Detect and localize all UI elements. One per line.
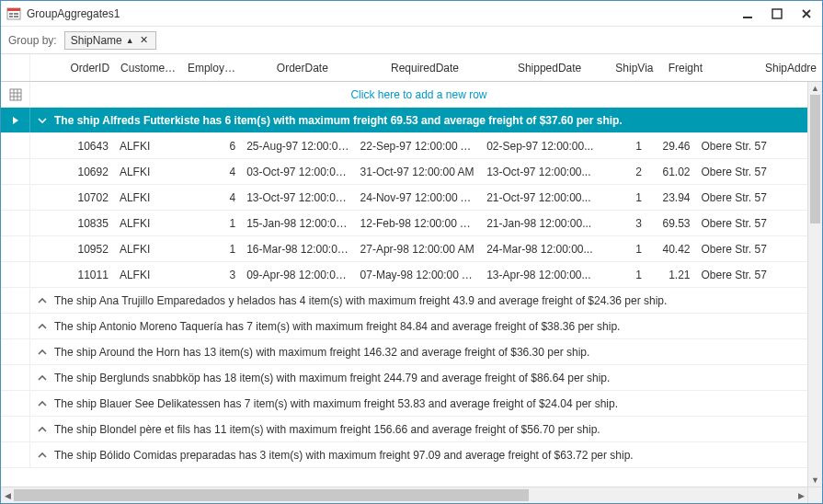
table-row[interactable]: 11011ALFKI309-Apr-98 12:00:00...07-May-9…	[1, 262, 807, 288]
group-summary-text: The ship Ana Trujillo Emparedados y hela…	[54, 294, 807, 307]
row-header-cell	[1, 236, 30, 261]
row-indicator-icon	[1, 288, 30, 313]
row-indicator-icon	[1, 442, 30, 467]
group-row[interactable]: The ship Berglunds snabbköp has 18 item(…	[1, 365, 807, 391]
chevron-up-icon[interactable]	[30, 348, 54, 357]
scroll-down-icon[interactable]: ▼	[808, 474, 822, 487]
row-indicator-icon	[1, 391, 30, 416]
cell-orderid: 10952	[54, 243, 114, 256]
cell-employeeid: 1	[179, 217, 241, 230]
group-summary-text: The ship Antonio Moreno Taquería has 7 i…	[54, 320, 807, 333]
cell-orderid: 11011	[54, 269, 114, 281]
row-indicator-icon	[1, 108, 30, 132]
app-window: GroupAggregates1 Group by: ShipName ▲ ✕ …	[0, 0, 823, 504]
add-new-row-label[interactable]: Click here to add a new row	[30, 88, 807, 101]
horizontal-scrollbar[interactable]: ◀ ▶	[1, 487, 807, 503]
row-header-cell	[1, 262, 30, 287]
cell-orderid: 10835	[54, 217, 114, 230]
group-row[interactable]: The ship Bólido Comidas preparadas has 3…	[1, 442, 807, 468]
chevron-down-icon[interactable]	[30, 116, 54, 125]
chevron-up-icon[interactable]	[30, 373, 54, 383]
group-chip-shipname[interactable]: ShipName ▲ ✕	[64, 31, 156, 50]
group-summary-text: The ship Around the Horn has 13 item(s) …	[54, 346, 807, 359]
row-header-cell	[1, 185, 30, 210]
cell-orderdate: 15-Jan-98 12:00:00...	[241, 217, 354, 230]
cell-freight: 23.94	[647, 191, 696, 204]
chevron-up-icon[interactable]	[30, 451, 54, 460]
scroll-left-icon[interactable]: ◀	[1, 487, 14, 503]
row-header-blank	[1, 54, 30, 81]
cell-requireddate: 31-Oct-97 12:00:00 AM	[355, 166, 482, 178]
column-header-shippeddate[interactable]: ShippedDate	[489, 62, 610, 74]
cell-shipvia: 1	[599, 140, 647, 153]
cell-requireddate: 27-Apr-98 12:00:00 AM	[355, 243, 482, 256]
group-row[interactable]: The ship Alfreds Futterkiste has 6 item(…	[1, 108, 807, 133]
table-row[interactable]: 10835ALFKI115-Jan-98 12:00:00...12-Feb-9…	[1, 211, 807, 236]
table-row[interactable]: 10702ALFKI413-Oct-97 12:00:00...24-Nov-9…	[1, 185, 807, 211]
column-header-orderid[interactable]: OrderID	[54, 62, 115, 74]
vertical-scrollbar[interactable]: ▲ ▼	[807, 82, 822, 487]
cell-orderdate: 03-Oct-97 12:00:00...	[241, 166, 354, 178]
vertical-scroll-thumb[interactable]	[810, 95, 820, 223]
column-header-employeeid[interactable]: EmployeeID	[182, 62, 245, 74]
data-grid: OrderID CustomerID EmployeeID OrderDate …	[1, 54, 822, 503]
group-row[interactable]: The ship Ana Trujillo Emparedados y hela…	[1, 288, 807, 314]
group-row[interactable]: The ship Around the Horn has 13 item(s) …	[1, 339, 807, 365]
cell-shippeddate: 02-Sep-97 12:00:00...	[481, 140, 599, 153]
scroll-up-icon[interactable]: ▲	[808, 82, 822, 95]
cell-freight: 1.21	[647, 269, 696, 281]
group-by-label: Group by:	[8, 34, 57, 47]
table-row[interactable]: 10952ALFKI116-Mar-98 12:00:00...27-Apr-9…	[1, 236, 807, 262]
chevron-up-icon[interactable]	[30, 399, 54, 408]
cell-shipvia: 1	[599, 269, 647, 281]
window-buttons	[737, 5, 817, 23]
maximize-button[interactable]	[767, 5, 787, 23]
cell-freight: 61.02	[647, 166, 696, 178]
column-header-shipvia[interactable]: ShipVia	[610, 62, 659, 74]
group-row[interactable]: The ship Blondel père et fils has 11 ite…	[1, 417, 807, 442]
cell-shipaddress: Obere Str. 57	[695, 191, 807, 204]
svg-rect-8	[10, 89, 21, 100]
column-header-orderdate[interactable]: OrderDate	[245, 62, 360, 74]
table-row[interactable]: 10692ALFKI403-Oct-97 12:00:00...31-Oct-9…	[1, 159, 807, 185]
chevron-up-icon[interactable]	[30, 322, 54, 331]
column-header-freight[interactable]: Freight	[658, 62, 708, 74]
group-row[interactable]: The ship Blauer See Delikatessen has 7 i…	[1, 391, 807, 417]
group-chip-label: ShipName	[71, 34, 122, 47]
cell-customerid: ALFKI	[114, 217, 179, 230]
minimize-button[interactable]	[737, 5, 758, 23]
cell-orderid: 10643	[54, 140, 114, 153]
svg-rect-6	[743, 17, 752, 18]
group-row[interactable]: The ship Antonio Moreno Taquería has 7 i…	[1, 314, 807, 339]
column-header-row: OrderID CustomerID EmployeeID OrderDate …	[1, 54, 822, 82]
column-header-requireddate[interactable]: RequiredDate	[360, 62, 489, 74]
cell-shippeddate: 21-Jan-98 12:00:00...	[481, 217, 599, 230]
cell-orderdate: 13-Oct-97 12:00:00...	[241, 191, 354, 204]
cell-freight: 40.42	[647, 243, 696, 256]
column-header-shipaddress[interactable]: ShipAddre	[708, 62, 822, 74]
scroll-right-icon[interactable]: ▶	[794, 487, 807, 503]
column-header-customerid[interactable]: CustomerID	[115, 62, 182, 74]
add-new-row[interactable]: Click here to add a new row	[1, 82, 807, 108]
cell-freight: 69.53	[647, 217, 696, 230]
row-indicator-icon	[1, 365, 30, 390]
titlebar: GroupAggregates1	[1, 1, 822, 27]
cell-shipaddress: Obere Str. 57	[695, 269, 807, 281]
cell-shipvia: 2	[599, 166, 647, 178]
cell-requireddate: 24-Nov-97 12:00:00 AM	[355, 191, 482, 204]
close-button[interactable]	[796, 5, 817, 23]
horizontal-scroll-thumb[interactable]	[14, 489, 529, 501]
chevron-up-icon[interactable]	[30, 425, 54, 434]
table-row[interactable]: 10643ALFKI625-Aug-97 12:00:00...22-Sep-9…	[1, 133, 807, 159]
cell-employeeid: 6	[179, 140, 241, 153]
cell-orderid: 10702	[54, 191, 114, 204]
group-by-bar: Group by: ShipName ▲ ✕	[1, 27, 822, 54]
cell-requireddate: 22-Sep-97 12:00:00 AM	[355, 140, 482, 153]
svg-rect-7	[772, 9, 782, 18]
cell-requireddate: 07-May-98 12:00:00 A...	[355, 269, 482, 281]
cell-shipvia: 3	[599, 217, 647, 230]
remove-group-icon[interactable]: ✕	[138, 34, 150, 46]
group-summary-text: The ship Bólido Comidas preparadas has 3…	[54, 449, 807, 462]
row-header-cell	[1, 211, 30, 235]
chevron-up-icon[interactable]	[30, 296, 54, 305]
